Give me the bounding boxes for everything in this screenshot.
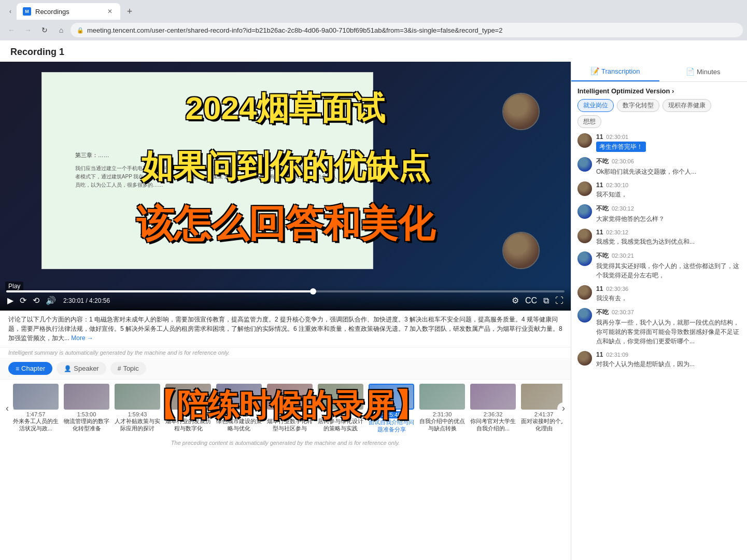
filter-tags: 就业岗位 数字化转型 现积存养健康 <box>577 99 741 112</box>
avatar-img <box>577 251 592 266</box>
avatar-img <box>577 229 592 243</box>
transcript-message: 大家觉得他答的怎么样？ <box>596 214 741 223</box>
video-player[interactable]: 第三章：…… 我们应当通过建立一个手机电视APP，可以通过此系统平台的信息以进行… <box>0 62 571 311</box>
timeline-nav-left[interactable]: ‹ <box>1 402 13 415</box>
timeline-item[interactable]: 2:25:48 面试自我介绍与问题准备分享 <box>368 384 415 433</box>
timeline-item[interactable]: 1:47:57 外来务工人员的生活状况与政... <box>12 384 59 433</box>
topic-tab-label: Topic <box>123 365 138 372</box>
play-button[interactable]: ▶ <box>6 295 15 306</box>
back-button[interactable]: ← <box>4 23 19 37</box>
timeline-time: 2:04:25 <box>179 411 198 417</box>
rewind-button[interactable]: ⟳ <box>19 295 27 306</box>
new-tab-button[interactable]: + <box>122 4 137 19</box>
description: 讨论了以下几个方面的内容：1 电磁急害对未成年人的影响，需要加强宣传教育，提高监… <box>0 311 571 347</box>
timeline-label: 居民参与绿化设计的策略与实践 <box>317 417 364 432</box>
timeline-thumb <box>267 384 313 410</box>
avatar-img <box>577 157 592 172</box>
timeline-item[interactable]: 2:20:54 居民参与绿化设计的策略与实践 <box>317 384 364 433</box>
chapter-tab-bar: ≡ Chapter 👤 Speaker # Topic <box>0 358 571 380</box>
timeline-item[interactable]: 2:04:25 烟草行业的发展历程与数字化 <box>165 384 212 433</box>
transcript-item: 不吃 02:30:37 我再分享一些，我个人认为，就那一段优点的结构，你可能就的… <box>577 308 741 346</box>
forward-button[interactable]: → <box>21 23 35 37</box>
transcript-time: 02:30:01 <box>606 134 628 140</box>
skip-button[interactable]: ⟲ <box>32 295 40 306</box>
transcript-body: 11 02:30:10 我不知道， <box>596 181 741 199</box>
speaker-tab[interactable]: 👤 Speaker <box>57 362 106 375</box>
transcript-message: 我感觉，我感觉我也为达到优点和... <box>596 237 741 246</box>
tab-recordings[interactable]: M Recordings ✕ <box>17 3 120 20</box>
pip-button[interactable]: ⧉ <box>542 295 550 306</box>
url-bar[interactable]: 🔒 meeting.tencent.com/user-center/shared… <box>71 23 743 37</box>
timeline-time: 1:53:00 <box>77 411 96 417</box>
timeline-item[interactable]: 1:59:43 人才补贴政策与实际应用的探讨 <box>114 384 161 433</box>
timeline-label: 烟草行业数字化转型与社区参与 <box>266 417 313 432</box>
thumb-img <box>13 384 59 410</box>
thumb-img <box>370 385 413 409</box>
settings-button[interactable]: ⚙ <box>511 295 520 306</box>
video-overlay-text1: 2024烟草面试 <box>186 87 386 130</box>
intelligent-label[interactable]: Intelligent Optimized Version › <box>577 87 741 95</box>
transcript-name: 11 <box>596 229 603 236</box>
timeline-thumb <box>13 384 59 410</box>
timeline-item[interactable]: 2:36:32 你问考官对大学生自我介绍的... <box>470 384 516 433</box>
more-link[interactable]: More → <box>71 334 93 342</box>
thumb-img <box>318 384 363 410</box>
avatar-top-right <box>502 93 540 130</box>
filter-tag-health[interactable]: 现积存养健康 <box>663 99 711 112</box>
address-bar: ← → ↻ ⌂ 🔒 meeting.tencent.com/user-cente… <box>0 20 747 40</box>
timeline-item[interactable]: 2:31:30 自我介绍中的优点与缺点转换 <box>419 384 466 433</box>
transcript-message: 考生作答完毕！ <box>596 142 741 152</box>
video-section: 第三章：…… 我们应当通过建立一个手机电视APP，可以通过此系统平台的信息以进行… <box>0 62 571 560</box>
minutes-tab-label: Minutes <box>697 68 721 76</box>
transcript-message: 我没有去， <box>596 293 741 303</box>
timeline-item[interactable]: 2:41:37 面对诶接时的个人化理由 <box>520 384 562 433</box>
topic-tab[interactable]: # Topic <box>110 362 146 375</box>
minutes-tab[interactable]: 📄 Minutes <box>659 62 748 81</box>
tab-close-button[interactable]: ✕ <box>106 7 114 16</box>
progress-bar[interactable] <box>6 290 565 292</box>
avatar-bottom-right <box>502 232 540 269</box>
cc-button[interactable]: CC <box>524 295 538 306</box>
filter-tag-employment[interactable]: 就业岗位 <box>577 99 614 112</box>
main-layout: 第三章：…… 我们应当通过建立一个手机电视APP，可以通过此系统平台的信息以进行… <box>0 62 747 560</box>
chapter-tab[interactable]: ≡ Chapter <box>8 362 52 375</box>
timeline-label: 你问考官对大学生自我介绍的... <box>470 417 516 432</box>
transcript-header: 11 02:30:36 <box>596 285 741 292</box>
filter-tag-digital[interactable]: 数字化转型 <box>617 99 659 112</box>
timeline-label: 外来务工人员的生活状况与政... <box>12 417 59 432</box>
filter-tag-think[interactable]: 想想 <box>577 115 601 128</box>
transcript-message: Ok那咱们就先谈这交题嗷，你个人... <box>596 167 741 176</box>
transcript-time: 02:30:06 <box>612 158 634 164</box>
transcript-message: 对我个人认为他是想听缺点，因为... <box>596 359 741 369</box>
transcript-message: 我再分享一些，我个人认为，就那一段优点的结构，你可能就的客觉得面可能会导致数据感… <box>596 318 741 346</box>
panel-tabs: 📝 Transcription 📄 Minutes <box>571 62 747 82</box>
timeline-label: 面对诶接时的个人化理由 <box>520 417 562 432</box>
timeline-nav-right[interactable]: › <box>557 402 570 415</box>
fullscreen-button[interactable]: ⛶ <box>554 295 565 306</box>
timeline-item[interactable]: 1:53:00 物流管理岗的数字化转型准备 <box>63 384 110 433</box>
transcript-item: 11 02:30:12 我感觉，我感觉我也为达到优点和... <box>577 229 741 246</box>
transcript-name: 不吃 <box>596 251 609 260</box>
timeline-thumb <box>318 384 363 410</box>
transcript-name: 11 <box>596 285 603 292</box>
transcript-item: 11 02:30:01 考生作答完毕！ <box>577 133 741 152</box>
transcription-tab-label: Transcription <box>601 67 640 75</box>
tab-nav-prev[interactable]: ‹ <box>4 5 17 18</box>
transcript-name: 不吃 <box>596 157 609 166</box>
timeline-item[interactable]: 2:15:13 烟草行业数字化转型与社区参与 <box>266 384 313 433</box>
timeline-item[interactable]: 2:10:12 绿色城市建设的策略与优化 <box>216 384 262 433</box>
transcript-message: 我觉得其实还好哦，你个人的，这些你都达到了，这个我觉得还是分左右吧， <box>596 261 741 280</box>
transcription-tab[interactable]: 📝 Transcription <box>571 62 659 81</box>
speaker-icon: 👤 <box>64 365 72 372</box>
timeline-label: 绿色城市建设的策略与优化 <box>216 417 262 432</box>
avatar-inner-2 <box>503 233 539 268</box>
tab-bar: ‹ M Recordings ✕ + <box>0 0 747 20</box>
timeline-thumb <box>369 384 414 410</box>
transcript-text: 大家觉得他答的怎么样？ <box>596 215 665 222</box>
home-button[interactable]: ⌂ <box>54 23 68 37</box>
thumb-img <box>470 384 516 410</box>
timeline-label: 物流管理岗的数字化转型准备 <box>63 417 110 432</box>
thumb-img <box>521 384 562 410</box>
refresh-button[interactable]: ↻ <box>37 23 52 37</box>
volume-button[interactable]: 🔊 <box>45 295 57 306</box>
